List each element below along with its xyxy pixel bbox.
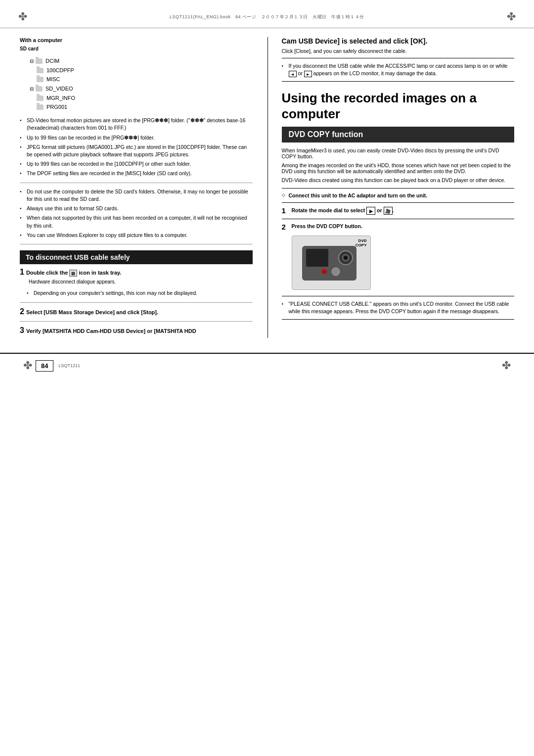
divider-4: [20, 321, 253, 322]
bullet-item-please-connect: "PLEASE CONNECT USB CABLE." appears on t…: [282, 300, 515, 315]
step-1-sub: Hardware disconnect dialogue appears.: [29, 279, 253, 285]
bullet-item: JPEG format still pictures (IMGA0001.JPG…: [20, 143, 253, 158]
tree-item-100cdpfp: 100CDPFP: [37, 66, 253, 75]
expand-icon-dcim: ⊟: [30, 57, 34, 65]
task-tray-icon: ⊞: [69, 270, 77, 277]
step-3: 3 Verify [MATSHITA HDD Cam-HDD USB Devic…: [20, 327, 253, 335]
top-bar: ✤ LSQT1211(PAL_ENG).book 84 ページ ２００７年２月１…: [0, 0, 534, 28]
folder-icon-misc: [37, 77, 44, 82]
step-2: 2 Select [USB Mass Storage Device] and c…: [20, 308, 253, 316]
bullet-item: Do not use the computer to delete the SD…: [20, 188, 253, 203]
bottom-left-corner: ✤: [20, 358, 36, 374]
dvd-step-2-content: Press the DVD COPY button.: [292, 223, 362, 229]
diamond-step: Connect this unit to the AC adaptor and …: [282, 192, 515, 198]
right-column: Cam USB Device] is selected and click [O…: [267, 37, 515, 338]
tree-item-dcim: ⊟ DCIM: [30, 56, 253, 66]
big-section-heading: Using the recorded images on a computer: [282, 91, 515, 121]
page: ✤ LSQT1211(PAL_ENG).book 84 ページ ２００７年２月１…: [0, 0, 534, 756]
cam-usb-heading: Cam USB Device] is selected and click [O…: [282, 37, 515, 45]
icon-right-arrow: ►: [304, 71, 312, 77]
right-divider-1: [282, 58, 515, 58]
tree-label-prg001: PRG001: [46, 102, 67, 112]
svg-rect-1: [306, 249, 328, 267]
tree-item-prg001: PRG001: [37, 102, 253, 112]
dvd-step-1-content: Rotate the mode dial to select ▶ or 🎥.: [292, 207, 394, 215]
tree-label-misc: MISC: [46, 75, 60, 84]
bullet-item: Up to 999 files can be recorded in the […: [20, 160, 253, 168]
bullet-item: SD-Video format motion pictures are stor…: [20, 117, 253, 132]
dvd-step-1-number: 1: [282, 207, 289, 215]
device-illustration: DVDCOPY: [292, 236, 371, 291]
tree-item-mgr-info: MGR_INFO: [37, 94, 253, 103]
right-divider-2: [282, 81, 515, 82]
folder-icon-mgr-info: [37, 95, 44, 101]
step-1: 1 Double click the ⊞ icon in task tray. …: [20, 268, 253, 297]
svg-point-5: [332, 268, 340, 276]
svg-point-6: [322, 269, 327, 274]
with-computer-label: With a computer: [20, 37, 253, 43]
dvd-step-2-title: Press the DVD COPY button.: [292, 223, 362, 229]
step-3-number: 3: [20, 327, 24, 334]
mode-icon-camera: 🎥: [384, 207, 393, 215]
expand-icon-sd-video: ⊟: [30, 85, 34, 93]
file-tree: ⊟ DCIM 100CDPFP MISC ⊟ SD_VIDEO: [30, 56, 253, 112]
folder-icon-dcim: [36, 58, 43, 64]
tree-item-sd-video: ⊟ SD_VIDEO: [30, 84, 253, 94]
step-2-number: 2: [20, 308, 24, 316]
right-divider-5: [282, 219, 515, 219]
diamond-step-text: Connect this unit to the AC adaptor and …: [289, 192, 428, 198]
bullet-item: When data not supported by this unit has…: [20, 214, 253, 229]
model-number: LSQT1211: [58, 363, 80, 368]
step-1-title: Double click the ⊞ icon in task tray.: [26, 269, 121, 277]
dvd-copy-label: DVDCOPY: [356, 238, 367, 248]
step-1-bullets: Depending on your computer's settings, t…: [27, 289, 253, 297]
bottom-bar: ✤ 84 LSQT1211 ✤: [0, 353, 534, 378]
step-3-title: Verify [MATSHITA HDD Cam-HDD USB Device]…: [26, 328, 196, 335]
tree-label-dcim: DCIM: [45, 56, 59, 66]
tree-item-misc: MISC: [37, 75, 253, 84]
bottom-right-corner: ✤: [498, 358, 514, 374]
step-1-number: 1: [20, 268, 24, 276]
tree-label-sd-video: SD_VIDEO: [45, 84, 73, 94]
bullet-item: You can use Windows Explorer to copy sti…: [20, 232, 253, 239]
right-divider-6: [282, 296, 515, 296]
svg-point-4: [344, 256, 348, 260]
dvd-copy-header: DVD COPY function: [282, 127, 515, 142]
top-right-corner: ✤: [503, 9, 519, 25]
device-illustration-area: DVDCOPY: [292, 236, 515, 291]
divider-1: [20, 183, 253, 183]
folder-icon-sd-video: [36, 86, 43, 92]
bullet-item-usb-warning: If you disconnect the USB cable while th…: [282, 62, 515, 77]
left-column: With a computer SD card ⊟ DCIM 100CDPFP …: [20, 37, 253, 338]
dvd-step-1: 1 Rotate the mode dial to select ▶ or 🎥.: [282, 207, 515, 215]
right-bullets-2: "PLEASE CONNECT USB CABLE." appears on t…: [282, 300, 515, 315]
top-left-corner: ✤: [15, 9, 31, 25]
sd-card-heading: SD card: [20, 46, 253, 51]
content-wrapper: With a computer SD card ⊟ DCIM 100CDPFP …: [0, 28, 534, 338]
divider-2: [20, 244, 253, 244]
top-bar-text: LSQT1211(PAL_ENG).book 84 ページ ２００７年２月１３日…: [31, 14, 503, 20]
dvd-step-1-title: Rotate the mode dial to select ▶ or 🎥.: [292, 207, 394, 213]
right-divider-3: [282, 188, 515, 189]
step-2-title: Select [USB Mass Storage Device] and cli…: [26, 309, 158, 316]
dvd-step-2-number: 2: [282, 223, 289, 232]
divider-3: [20, 302, 253, 303]
bullet-item: Depending on your computer's settings, t…: [27, 289, 253, 297]
folder-icon-100cdpfp: [37, 68, 44, 73]
dvd-para-2: Among the images recorded on the unit's …: [282, 162, 515, 174]
right-divider-7: [282, 319, 515, 320]
bullet-item: The DPOF setting files are recorded in t…: [20, 170, 253, 177]
bullets-list-2: Do not use the computer to delete the SD…: [20, 188, 253, 239]
folder-icon-prg001: [37, 104, 44, 110]
dvd-step-2: 2 Press the DVD COPY button.: [282, 223, 515, 232]
cam-usb-para: Click [Close], and you can safely discon…: [282, 48, 515, 54]
tree-label-100cdpfp: 100CDPFP: [46, 66, 74, 75]
bullet-item: Up to 99 files can be recorded in the [P…: [20, 134, 253, 142]
bullets-list-1: SD-Video format motion pictures are stor…: [20, 117, 253, 178]
dvd-para-1: When ImageMixer3 is used, you can easily…: [282, 147, 515, 159]
icon-left-arrow: ◄: [289, 71, 297, 77]
disconnect-header: To disconnect USB cable safely: [20, 250, 253, 264]
dvd-para-3: DVD-Video discs created using this funct…: [282, 177, 515, 183]
right-divider-4: [282, 202, 515, 203]
page-number: 84: [36, 360, 53, 372]
